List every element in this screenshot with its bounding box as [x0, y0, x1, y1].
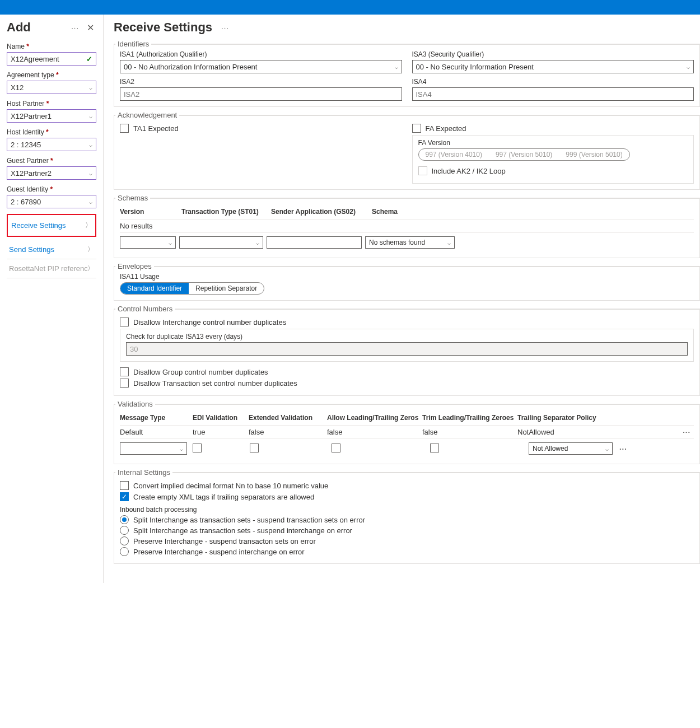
isa2-input[interactable]: [120, 87, 402, 101]
col-txn: Transaction Type (ST01): [181, 208, 271, 216]
guest-partner-select[interactable]: X12Partner2⌵: [7, 166, 96, 180]
envelopes-section: Envelopes ISA11 Usage Standard Identifie…: [114, 266, 700, 301]
col-sender: Sender Application (GS02): [271, 208, 372, 216]
chevron-down-icon: ⌵: [687, 64, 690, 70]
identifiers-section: Identifiers ISA1 (Authorization Qualifie…: [114, 44, 700, 107]
control-legend: Control Numbers: [115, 305, 175, 313]
batch-opt-0[interactable]: [120, 515, 129, 524]
disallow-group-checkbox[interactable]: [120, 367, 129, 376]
chevron-down-icon: ⌵: [180, 446, 183, 452]
chevron-down-icon: ⌵: [169, 240, 172, 246]
schemas-section: Schemas Version Transaction Type (ST01) …: [114, 198, 700, 258]
isa1-select[interactable]: 00 - No Authorization Information Presen…: [120, 60, 402, 73]
schemas-legend: Schemas: [115, 194, 150, 202]
nav-rosettanet[interactable]: RosettaNet PIP references〉: [7, 259, 96, 278]
row-more-icon[interactable]: ···: [616, 445, 631, 453]
chevron-down-icon: ⌵: [447, 240, 451, 246]
isa11-label: ISA11 Usage: [120, 273, 694, 281]
ta1-label: TA1 Expected: [133, 124, 179, 133]
validations-legend: Validations: [115, 400, 155, 408]
identifiers-legend: Identifiers: [115, 40, 151, 48]
internal-legend: Internal Settings: [115, 468, 172, 477]
sidebar: Add ··· ✕ Name X12Agreement Agreement ty…: [0, 15, 104, 583]
fa-label: FA Expected: [426, 124, 466, 133]
isa11-repetition[interactable]: Repetition Separator: [189, 283, 264, 294]
val-msgtype-select[interactable]: ⌵: [120, 442, 187, 455]
name-input[interactable]: X12Agreement: [7, 52, 96, 66]
acknowledgement-section: Acknowledgement TA1 Expected FA Expected…: [114, 115, 700, 190]
guest-identity-select[interactable]: 2 : 67890⌵: [7, 195, 96, 208]
disallow-interchange-checkbox[interactable]: [120, 318, 129, 326]
fa-version-999-5010[interactable]: 999 (Version 5010): [559, 149, 629, 160]
agreement-type-select[interactable]: X12⌵: [7, 81, 96, 94]
val-edi-checkbox[interactable]: [193, 444, 202, 452]
chevron-right-icon: 〉: [87, 245, 94, 254]
batch-opt-3[interactable]: [120, 547, 129, 556]
chevron-down-icon: ⌵: [89, 85, 92, 91]
fa-version-pills: 997 (Version 4010) 997 (Version 5010) 99…: [418, 148, 630, 161]
chevron-right-icon: 〉: [87, 264, 94, 273]
batch-opt-2[interactable]: [120, 536, 129, 545]
chevron-down-icon: ⌵: [605, 446, 609, 452]
nav-receive-settings[interactable]: Receive Settings〉: [7, 214, 96, 237]
agreement-type-label: Agreement type: [7, 71, 96, 79]
check-isa13-label: Check for duplicate ISA13 every (days): [126, 333, 688, 340]
envelopes-legend: Envelopes: [115, 262, 154, 270]
isa3-label: ISA3 (Security Qualifier): [412, 50, 694, 58]
batch-label: Inbound batch processing: [120, 506, 694, 514]
main-panel: Receive Settings ··· Identifiers ISA1 (A…: [104, 15, 700, 583]
host-partner-select[interactable]: X12Partner1⌵: [7, 109, 96, 123]
ack-legend: Acknowledgement: [115, 111, 179, 119]
chevron-down-icon: ⌵: [256, 240, 259, 246]
schema-version-select[interactable]: ⌵: [120, 236, 176, 249]
fa-version-label: FA Version: [418, 139, 688, 147]
batch-opt-1[interactable]: [120, 526, 129, 535]
more-icon[interactable]: ···: [69, 24, 81, 32]
create-empty-checkbox[interactable]: ✓: [120, 492, 129, 501]
ta1-checkbox[interactable]: [120, 124, 129, 133]
include-ak2-checkbox[interactable]: [418, 166, 427, 175]
guest-partner-label: Guest Partner: [7, 157, 96, 165]
schema-schema-select[interactable]: No schemas found⌵: [365, 236, 455, 249]
chevron-down-icon: ⌵: [89, 199, 92, 205]
val-trim-checkbox[interactable]: [430, 444, 439, 452]
no-results: No results: [120, 222, 153, 230]
isa4-label: ISA4: [412, 78, 694, 86]
chevron-down-icon: ⌵: [89, 142, 92, 148]
val-sep-select[interactable]: Not Allowed⌵: [529, 442, 613, 455]
schema-txn-select[interactable]: ⌵: [179, 236, 263, 249]
chevron-down-icon: ⌵: [395, 64, 398, 70]
chevron-right-icon: 〉: [85, 221, 92, 230]
more-icon[interactable]: ···: [219, 24, 231, 32]
isa3-select[interactable]: 00 - No Security Information Present⌵: [412, 60, 694, 73]
validations-section: Validations Message Type EDI Validation …: [114, 404, 700, 464]
disallow-txn-checkbox[interactable]: [120, 379, 129, 388]
guest-identity-label: Guest Identity: [7, 185, 96, 193]
val-lead-checkbox[interactable]: [332, 444, 340, 452]
isa4-input[interactable]: [412, 87, 694, 101]
check-isa13-input: 30: [126, 342, 688, 356]
control-numbers-section: Control Numbers Disallow Interchange con…: [114, 309, 700, 396]
val-ext-checkbox[interactable]: [250, 444, 259, 452]
chevron-down-icon: ⌵: [89, 113, 92, 119]
col-version: Version: [120, 208, 181, 216]
top-bar: [0, 0, 700, 15]
host-identity-select[interactable]: 2 : 12345⌵: [7, 138, 96, 151]
close-icon[interactable]: ✕: [85, 22, 96, 33]
host-identity-label: Host Identity: [7, 128, 96, 136]
include-ak2-label: Include AK2 / IK2 Loop: [432, 167, 506, 175]
isa2-label: ISA2: [120, 78, 402, 86]
isa11-standard[interactable]: Standard Identifier: [120, 283, 189, 294]
convert-decimal-checkbox[interactable]: [120, 481, 129, 490]
host-partner-label: Host Partner: [7, 100, 96, 108]
sidebar-title: Add: [7, 20, 31, 35]
row-more-icon[interactable]: ···: [679, 428, 694, 436]
isa1-label: ISA1 (Authorization Qualifier): [120, 50, 402, 58]
fa-version-997-5010[interactable]: 997 (Version 5010): [489, 149, 559, 160]
schema-sender-input[interactable]: [267, 236, 362, 249]
fa-version-997-4010[interactable]: 997 (Version 4010): [419, 149, 489, 160]
chevron-down-icon: ⌵: [89, 170, 92, 176]
nav-send-settings[interactable]: Send Settings〉: [7, 240, 96, 259]
internal-settings-section: Internal Settings Convert implied decima…: [114, 472, 700, 564]
fa-checkbox[interactable]: [412, 124, 421, 133]
